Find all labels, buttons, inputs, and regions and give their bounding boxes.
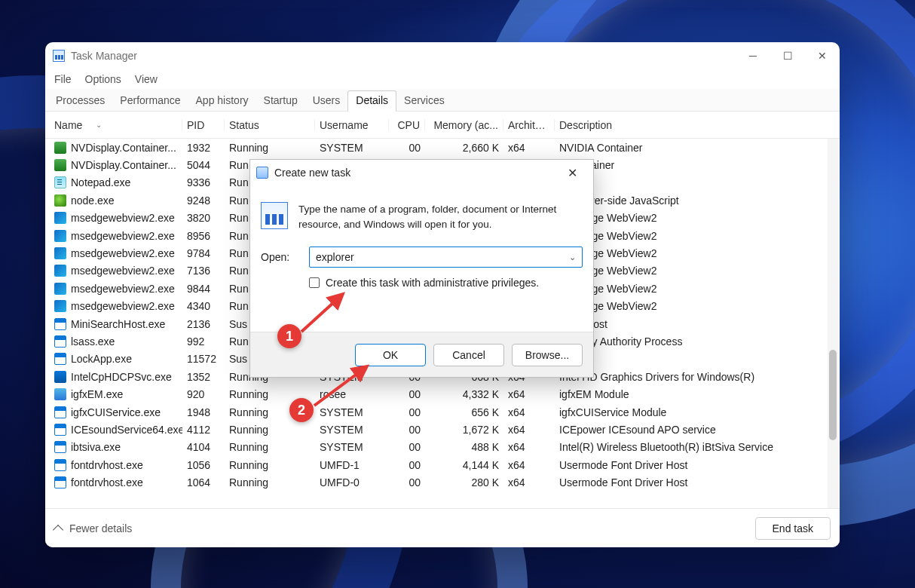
process-description: NVIDIA Container bbox=[555, 142, 835, 154]
process-pid: 5044 bbox=[182, 159, 225, 171]
svg-line-1 bbox=[314, 366, 367, 406]
menu-options[interactable]: Options bbox=[85, 73, 121, 85]
process-pid: 3820 bbox=[182, 212, 225, 224]
table-row[interactable]: fontdrvhost.exe1064RunningUMFD-000280 Kx… bbox=[45, 473, 840, 491]
col-arch[interactable]: Architec... bbox=[503, 119, 555, 131]
process-pid: 4112 bbox=[182, 424, 225, 436]
chevron-up-icon bbox=[53, 524, 63, 534]
chevron-down-icon[interactable]: ⌄ bbox=[569, 253, 576, 262]
task-manager-large-icon bbox=[261, 202, 288, 229]
process-cpu: 00 bbox=[389, 476, 425, 488]
process-user: UMFD-0 bbox=[315, 476, 389, 488]
cancel-button[interactable]: Cancel bbox=[433, 344, 504, 366]
process-icon bbox=[54, 142, 66, 154]
table-row[interactable]: fontdrvhost.exe1056RunningUMFD-1004,144 … bbox=[45, 456, 840, 473]
process-description: Usermode Font Driver Host bbox=[555, 476, 835, 488]
end-task-button[interactable]: End task bbox=[755, 517, 831, 540]
process-pid: 1056 bbox=[182, 459, 225, 471]
process-icon bbox=[54, 230, 66, 242]
col-cpu[interactable]: CPU bbox=[389, 119, 425, 131]
process-description: earchHost bbox=[555, 318, 835, 330]
tabs: Processes Performance App history Startu… bbox=[45, 89, 840, 112]
process-name: fontdrvhost.exe bbox=[71, 476, 143, 488]
process-arch: x64 bbox=[503, 424, 555, 436]
table-row[interactable]: NVDisplay.Container...1932RunningSYSTEM0… bbox=[45, 139, 840, 156]
svg-line-0 bbox=[301, 294, 343, 332]
process-pid: 1064 bbox=[182, 476, 225, 488]
process-name: msedgewebview2.exe bbox=[71, 265, 175, 277]
process-description: ICEpower ICEsound APO service bbox=[555, 424, 835, 436]
process-name: node.exe bbox=[71, 194, 115, 207]
footer: Fewer details End task bbox=[45, 508, 840, 547]
process-icon bbox=[54, 353, 66, 365]
process-memory: 4,332 K bbox=[425, 388, 503, 400]
fewer-details-toggle[interactable]: Fewer details bbox=[54, 522, 132, 534]
annotation-badge-1: 1 bbox=[277, 324, 301, 348]
process-pid: 920 bbox=[182, 388, 225, 400]
process-name: ICEsoundService64.exe bbox=[71, 424, 182, 436]
process-pid: 9336 bbox=[182, 176, 225, 188]
menu-view[interactable]: View bbox=[135, 73, 158, 85]
process-description: A Container bbox=[555, 159, 835, 171]
process-name: msedgewebview2.exe bbox=[71, 212, 175, 224]
vertical-scrollbar[interactable] bbox=[828, 139, 838, 508]
process-arch: x64 bbox=[503, 441, 555, 453]
process-cpu: 00 bbox=[389, 406, 425, 418]
table-row[interactable]: ibtsiva.exe4104RunningSYSTEM00488 Kx64In… bbox=[45, 439, 840, 456]
process-pid: 4340 bbox=[182, 300, 225, 312]
process-name: NVDisplay.Container... bbox=[71, 159, 176, 171]
scrollbar-thumb[interactable] bbox=[829, 350, 837, 440]
col-name[interactable]: Name ⌄ bbox=[50, 119, 182, 131]
dialog-close-button[interactable]: ✕ bbox=[557, 160, 587, 185]
col-memory[interactable]: Memory (ac... bbox=[425, 119, 503, 131]
process-name: MiniSearchHost.exe bbox=[71, 318, 165, 330]
process-user: SYSTEM bbox=[315, 142, 389, 154]
tab-services[interactable]: Services bbox=[396, 91, 452, 111]
process-user: SYSTEM bbox=[315, 424, 389, 436]
process-name: igfxCUIService.exe bbox=[71, 406, 161, 418]
tab-app-history[interactable]: App history bbox=[188, 91, 256, 111]
open-label: Open: bbox=[261, 251, 297, 263]
open-value: explorer bbox=[316, 251, 354, 263]
process-icon bbox=[54, 441, 66, 453]
process-description: soft Edge WebView2 bbox=[555, 247, 835, 259]
process-cpu: 00 bbox=[389, 459, 425, 471]
process-name: LockApp.exe bbox=[71, 353, 132, 365]
dialog-titlebar[interactable]: Create new task ✕ bbox=[250, 160, 593, 185]
process-icon bbox=[54, 459, 66, 471]
process-name: ibtsiva.exe bbox=[71, 441, 121, 453]
tab-processes[interactable]: Processes bbox=[48, 91, 112, 111]
process-icon bbox=[54, 318, 66, 330]
menu-file[interactable]: File bbox=[54, 73, 72, 85]
minimize-button[interactable]: ─ bbox=[736, 42, 770, 69]
process-pid: 1948 bbox=[182, 406, 225, 418]
process-arch: x64 bbox=[503, 459, 555, 471]
table-row[interactable]: igfxEM.exe920Runningrosee004,332 Kx64igf… bbox=[45, 385, 840, 403]
table-row[interactable]: igfxCUIService.exe1948RunningSYSTEM00656… bbox=[45, 403, 840, 421]
col-description[interactable]: Description bbox=[555, 119, 835, 131]
tab-performance[interactable]: Performance bbox=[112, 91, 188, 111]
process-pid: 992 bbox=[182, 335, 225, 348]
process-cpu: 00 bbox=[389, 424, 425, 436]
close-button[interactable]: ✕ bbox=[805, 42, 840, 69]
process-icon bbox=[54, 283, 66, 295]
tab-details[interactable]: Details bbox=[347, 90, 396, 112]
column-headers: Name ⌄ PID Status Username CPU Memory (a… bbox=[45, 112, 840, 139]
maximize-button[interactable]: ☐ bbox=[770, 42, 805, 69]
process-description: pp.exe bbox=[555, 353, 835, 365]
col-status[interactable]: Status bbox=[225, 119, 315, 131]
process-cpu: 00 bbox=[389, 388, 425, 400]
process-status: Running bbox=[225, 142, 315, 154]
col-username[interactable]: Username bbox=[315, 119, 389, 131]
sort-chevron-down-icon: ⌄ bbox=[96, 121, 102, 129]
titlebar[interactable]: Task Manager ─ ☐ ✕ bbox=[45, 42, 840, 69]
tab-users[interactable]: Users bbox=[305, 91, 348, 111]
table-row[interactable]: ICEsoundService64.exe4112RunningSYSTEM00… bbox=[45, 421, 840, 438]
process-name: IntelCpHDCPSvc.exe bbox=[71, 371, 172, 383]
process-memory: 1,672 K bbox=[425, 424, 503, 436]
open-combobox[interactable]: explorer ⌄ bbox=[309, 247, 583, 268]
browse-button[interactable]: Browse... bbox=[512, 344, 583, 366]
col-pid[interactable]: PID bbox=[182, 119, 225, 131]
tab-startup[interactable]: Startup bbox=[256, 91, 305, 111]
dialog-message: Type the name of a program, folder, docu… bbox=[298, 202, 583, 231]
